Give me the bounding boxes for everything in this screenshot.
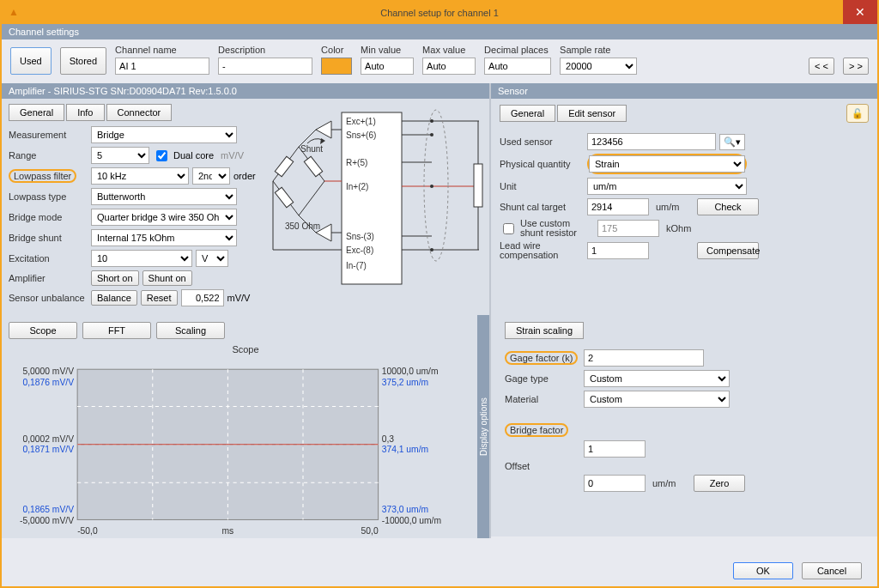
sensor-tab-edit[interactable]: Edit sensor: [557, 105, 627, 122]
shunt-target-unit: um/m: [656, 202, 690, 212]
channel-name-label: Channel name: [115, 45, 209, 55]
window-title: Channel setup for channel 1: [380, 8, 499, 18]
measurement-select[interactable]: Bridge: [91, 126, 237, 143]
tab-general[interactable]: General: [9, 104, 64, 121]
reset-button[interactable]: Reset: [141, 290, 178, 306]
check-button[interactable]: Check: [697, 198, 759, 215]
used-sensor-label: Used sensor: [500, 136, 584, 147]
lowpass-type-select[interactable]: Butterworth: [91, 188, 237, 205]
amplifier-label: Amplifier: [9, 273, 88, 283]
excitation-select[interactable]: 10: [91, 250, 192, 267]
balance-button[interactable]: Balance: [91, 290, 137, 306]
svg-text:Sns+(6): Sns+(6): [346, 130, 376, 140]
svg-text:In+(2): In+(2): [346, 182, 368, 191]
zero-button[interactable]: Zero: [694, 475, 745, 492]
stored-button[interactable]: Stored: [60, 47, 106, 75]
svg-text:0,1865 mV/V: 0,1865 mV/V: [22, 505, 74, 514]
app-icon: ▲: [9, 6, 19, 18]
use-custom-shunt-label: Use custom shunt resistor: [520, 219, 594, 238]
gage-type-select[interactable]: Custom: [584, 370, 730, 387]
gage-factor-label: Gage factor (k): [505, 351, 580, 365]
custom-shunt-unit: kOhm: [666, 223, 700, 233]
svg-text:50,0: 50,0: [361, 526, 379, 536]
unbalance-value[interactable]: [181, 289, 224, 306]
svg-text:5,0000 mV/V: 5,0000 mV/V: [22, 367, 74, 376]
short-on-button[interactable]: Short on: [91, 270, 139, 286]
tab-info[interactable]: Info: [66, 104, 104, 121]
compensate-button[interactable]: Compensate: [697, 242, 759, 259]
strain-scaling-tab[interactable]: Strain scaling: [505, 322, 584, 339]
max-input[interactable]: [422, 58, 476, 75]
close-button[interactable]: ✕: [843, 0, 877, 24]
bridge-factor-input[interactable]: [584, 440, 646, 458]
channel-settings-pane: Used Stored Channel name Description Col…: [2, 39, 877, 83]
tab-scope[interactable]: Scope: [9, 322, 77, 339]
svg-line-30: [299, 181, 324, 215]
next-channel-button[interactable]: > >: [843, 58, 869, 75]
window: ▲ Channel setup for channel 1 ✕ Channel …: [0, 0, 879, 588]
use-custom-shunt-checkbox[interactable]: [503, 223, 514, 234]
bridge-mode-label: Bridge mode: [9, 212, 88, 222]
right-column: Sensor General Edit sensor 🔓 Used sensor…: [491, 83, 877, 538]
svg-point-16: [430, 185, 433, 188]
sample-rate-select[interactable]: 20000: [560, 58, 637, 75]
leadwire-input[interactable]: [587, 242, 649, 259]
display-options-bar[interactable]: Display options: [477, 315, 489, 538]
physical-quantity-select[interactable]: Strain: [589, 155, 745, 173]
shunt-on-button[interactable]: Shunt on: [142, 270, 192, 286]
bridge-shunt-select[interactable]: Internal 175 kOhm: [91, 229, 237, 246]
sensor-tab-general[interactable]: General: [500, 105, 555, 122]
gage-factor-input[interactable]: [584, 349, 704, 367]
excitation-label: Excitation: [9, 253, 88, 264]
scope-plot: 5,0000 mV/V 0,1876 mV/V 0,0002 mV/V 0,18…: [15, 355, 476, 543]
channel-name-input[interactable]: [115, 58, 209, 75]
measurement-label: Measurement: [9, 130, 88, 140]
unit-select[interactable]: um/m: [587, 178, 747, 195]
shunt-target-input[interactable]: [587, 198, 649, 215]
description-label: Description: [218, 45, 312, 55]
bridge-mode-select[interactable]: Quarter bridge 3 wire 350 Ohm: [91, 209, 237, 226]
decimal-input[interactable]: [484, 58, 551, 75]
min-input[interactable]: [361, 58, 414, 75]
used-sensor-input[interactable]: [587, 133, 716, 150]
svg-text:0,3: 0,3: [382, 434, 395, 444]
prev-channel-button[interactable]: < <: [809, 58, 834, 75]
titlebar: ▲ Channel setup for channel 1 ✕: [2, 2, 877, 24]
order-label: order: [233, 171, 256, 181]
offset-input[interactable]: [584, 475, 646, 492]
unbalance-unit: mV/V: [227, 293, 251, 303]
amplifier-pane: General Info Connector Measurement Bridg…: [2, 99, 489, 315]
range-select[interactable]: 5: [91, 147, 149, 164]
description-input[interactable]: [218, 58, 312, 75]
lowpass-type-label: Lowpass type: [9, 191, 88, 202]
material-label: Material: [505, 394, 580, 404]
lowpass-filter-select[interactable]: 10 kHz: [91, 167, 189, 185]
svg-text:Exc+(1): Exc+(1): [346, 117, 376, 126]
color-swatch[interactable]: [321, 58, 352, 75]
max-label: Max value: [422, 45, 476, 55]
svg-text:Exc-(8): Exc-(8): [346, 246, 373, 255]
svg-text:350 ohm: 350 ohm: [486, 182, 488, 215]
excitation-unit-select[interactable]: V: [196, 250, 228, 267]
decimal-label: Decimal places: [484, 45, 551, 55]
used-button[interactable]: Used: [10, 47, 52, 75]
amplifier-controls: General Info Connector Measurement Bridg…: [9, 104, 256, 310]
bridge-diagram: Exc+(1) Sns+(6) R+(5) In+(2) Sns-(3) Exc…: [264, 104, 488, 310]
main-split: Amplifier - SIRIUS-STG SNr:D00904DA71 Re…: [2, 83, 877, 538]
tab-fft[interactable]: FFT: [82, 322, 151, 339]
svg-rect-32: [304, 156, 322, 176]
dualcore-checkbox[interactable]: [156, 150, 167, 161]
tab-connector[interactable]: Connector: [106, 104, 173, 121]
tab-scaling[interactable]: Scaling: [156, 322, 225, 339]
ok-button[interactable]: OK: [733, 562, 793, 579]
custom-shunt-input[interactable]: [597, 220, 659, 237]
material-select[interactable]: Custom: [584, 391, 730, 408]
lock-icon[interactable]: 🔓: [846, 104, 869, 123]
svg-text:-50,0: -50,0: [77, 526, 98, 536]
shunt-target-label: Shunt cal target: [500, 202, 584, 212]
search-icon[interactable]: 🔍▾: [719, 134, 745, 150]
sensor-pane: General Edit sensor 🔓 Used sensor 🔍▾ Phy…: [491, 99, 877, 313]
svg-point-18: [424, 110, 448, 261]
lowpass-order-select[interactable]: 2nd: [192, 167, 230, 185]
cancel-button[interactable]: Cancel: [802, 562, 862, 579]
